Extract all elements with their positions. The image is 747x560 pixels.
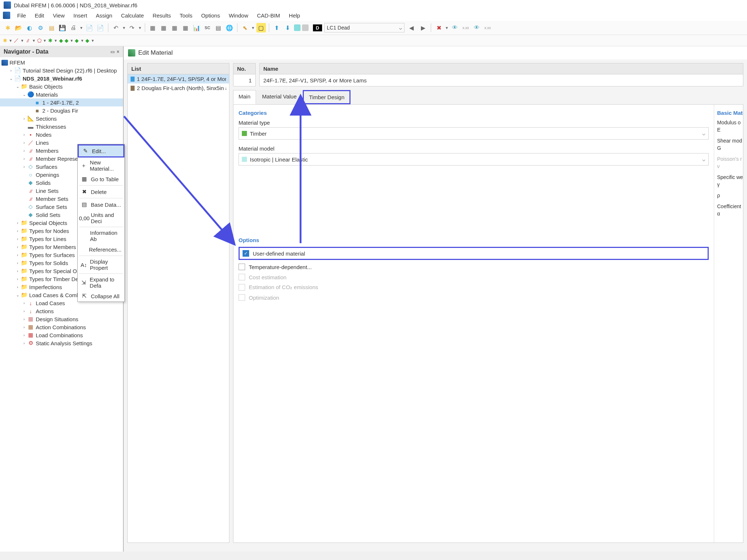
expand-icon[interactable]: › [21, 333, 27, 337]
expand-icon[interactable]: › [15, 221, 20, 225]
menu-file[interactable]: File [15, 12, 28, 19]
tool-surf3-icon[interactable]: ◆ [75, 38, 79, 43]
tree-item[interactable]: ■1 - 24F-1.7E, 2 [0, 98, 123, 106]
tool-poly-icon[interactable]: ⬠ [37, 38, 42, 43]
redo-icon[interactable]: ↷ [127, 23, 137, 32]
expand-icon[interactable]: › [21, 317, 27, 321]
expand-icon[interactable]: › [15, 229, 20, 233]
tree-item[interactable]: ›•Nodes [0, 131, 123, 139]
context-menu-item[interactable]: ⇱Collapse All [78, 291, 124, 302]
menu-insert[interactable]: Insert [71, 12, 89, 19]
nav-pin-icon[interactable]: ▭ [111, 49, 115, 54]
grid1-icon[interactable]: ▦ [148, 23, 158, 32]
cursor-icon[interactable]: ⬉ [240, 23, 250, 32]
doc1-icon[interactable]: 📄 [85, 23, 94, 32]
expand-icon[interactable]: › [15, 253, 20, 257]
tree-item[interactable]: ›📐Sections [0, 114, 123, 122]
gear-icon[interactable]: ⚙ [36, 23, 45, 32]
menu-view[interactable]: View [51, 12, 66, 19]
snap2-icon[interactable]: ⬇ [283, 23, 293, 32]
view1-icon[interactable]: 👁 [450, 23, 460, 32]
tree-item[interactable]: ›▦Action Combinations [0, 323, 123, 331]
material-list-row[interactable]: 1 24F-1.7E, 24F-V1, SP/SP, 4 or More Lam… [128, 74, 229, 83]
menu-cadbim[interactable]: CAD-BIM [255, 12, 282, 19]
open-file-icon[interactable]: 📂 [14, 23, 23, 32]
snap1-icon[interactable]: ⬆ [272, 23, 282, 32]
nav-close-icon[interactable]: × [117, 49, 119, 54]
tree-item[interactable]: ›📄Tutorial Steel Design (22).rf6 | Deskt… [0, 66, 123, 74]
context-menu-item[interactable]: A↕Display Propert [78, 257, 124, 273]
color1-icon[interactable] [294, 24, 301, 31]
table-icon[interactable]: ▤ [214, 23, 223, 32]
context-menu-item[interactable]: 0,00Units and Deci [78, 210, 124, 226]
save-icon[interactable]: 💾 [58, 23, 67, 32]
expand-icon[interactable]: › [15, 237, 20, 241]
expand-icon[interactable]: › [21, 164, 27, 169]
expand-icon[interactable]: › [8, 68, 14, 73]
navigator-tree[interactable]: RFEM ›📄Tutorial Steel Design (22).rf6 | … [0, 57, 123, 549]
menu-assign[interactable]: Assign [94, 12, 114, 19]
grid2-icon[interactable]: ▦ [159, 23, 169, 32]
tree-item[interactable]: ⌄📁Basic Objects [0, 82, 123, 90]
expand-icon[interactable]: › [21, 341, 27, 345]
expand-icon[interactable]: ⌄ [15, 293, 20, 298]
context-menu-item[interactable]: ＋New Material... [78, 158, 124, 174]
expand-icon[interactable]: ⌄ [21, 92, 27, 97]
tool-line2-icon[interactable]: ⫽ [26, 38, 31, 43]
context-menu-item[interactable]: ▤Base Data... [78, 199, 124, 210]
name-value[interactable]: 24F-1.7E, 24F-V1, SP/SP, 4 or More Lams [259, 74, 743, 86]
sc-icon[interactable]: SC [203, 23, 212, 32]
tool-star-icon[interactable]: ✱ [3, 38, 7, 43]
tab-main[interactable]: Main [233, 90, 256, 104]
grid4-icon[interactable]: ▦ [181, 23, 190, 32]
tree-item[interactable]: ›↓Actions [0, 307, 123, 315]
tree-item[interactable]: ›⚙Static Analysis Settings [0, 339, 123, 347]
loadcase-select[interactable]: LC1 Dead ⌵ [324, 23, 405, 32]
context-menu-item[interactable]: ⇲Expand to Defa [78, 275, 124, 291]
checkbox-icon[interactable]: ✓ [243, 250, 249, 257]
tree-item[interactable]: ›▦Design Situations [0, 315, 123, 323]
expand-icon[interactable]: › [15, 285, 20, 289]
menu-tools[interactable]: Tools [178, 12, 194, 19]
material-model-dropdown[interactable]: Isotropic | Linear Elastic ⌵ [239, 153, 709, 166]
expand-icon[interactable]: › [21, 301, 27, 305]
expand-icon[interactable]: ⌄ [8, 76, 14, 81]
print-icon[interactable]: 🖨 [69, 23, 78, 32]
menu-calculate[interactable]: Calculate [119, 12, 146, 19]
menu-options[interactable]: Options [199, 12, 222, 19]
expand-icon[interactable]: › [15, 261, 20, 265]
expand-icon[interactable]: › [15, 245, 20, 249]
material-type-dropdown[interactable]: Timber ⌵ [239, 127, 709, 140]
option-checkbox-row[interactable]: ✓User-defined material [239, 247, 709, 260]
expand-icon[interactable]: › [21, 148, 27, 153]
expand-icon[interactable]: › [21, 116, 27, 121]
menu-window[interactable]: Window [227, 12, 250, 19]
expand-icon[interactable]: › [21, 140, 27, 145]
tab-timber-design[interactable]: Timber Design [303, 90, 351, 104]
context-menu-item[interactable]: Information Ab [78, 228, 124, 244]
tree-item[interactable]: ▬Thicknesses [0, 122, 123, 131]
context-menu-item[interactable]: ▦Go to Table [78, 174, 124, 184]
context-menu-item[interactable]: ✖Delete [78, 186, 124, 197]
expand-icon[interactable]: ⌄ [15, 84, 20, 89]
xxx2-icon[interactable]: x.xx [483, 23, 492, 32]
select-icon[interactable]: ▢ [256, 23, 266, 32]
tool-surf2-icon[interactable]: ◆ [65, 38, 69, 43]
checkbox-icon[interactable] [239, 264, 245, 270]
chart-icon[interactable]: 📊 [192, 23, 201, 32]
prev-lc-icon[interactable]: ◀ [407, 23, 416, 32]
menu-edit[interactable]: Edit [33, 12, 46, 19]
context-menu-item[interactable]: ✎Edit... [78, 144, 124, 158]
app-menu-icon[interactable] [3, 12, 10, 19]
context-menu-item[interactable]: References... [78, 244, 124, 255]
expand-icon[interactable]: › [21, 309, 27, 313]
menu-help[interactable]: Help [287, 12, 302, 19]
material-list-row[interactable]: 2 Douglas Fir-Larch (North), 5inx5in and… [128, 83, 229, 93]
tree-item[interactable]: ›▦Load Combinations [0, 331, 123, 339]
globe-icon[interactable]: 🌐 [225, 23, 234, 32]
copy-icon[interactable]: ▤ [47, 23, 56, 32]
color2-icon[interactable] [302, 24, 309, 31]
grid3-icon[interactable]: ▦ [170, 23, 179, 32]
tree-item[interactable]: ⌄🔵Materials [0, 90, 123, 98]
menu-results[interactable]: Results [151, 12, 173, 19]
